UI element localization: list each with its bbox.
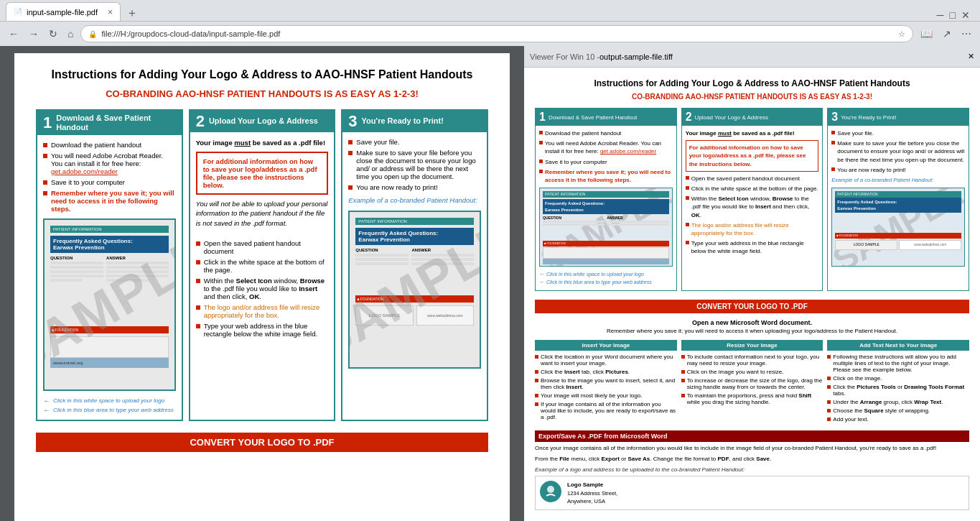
- tiff-addr-label: Click in this blue area to type your web…: [546, 279, 652, 286]
- tiff-step-1-num: 1: [539, 111, 546, 124]
- sample-area-2: PATIENT INFORMATION Frequently Asked Que…: [348, 211, 481, 369]
- address-input[interactable]: 🔒 file:///H:/groupdocs-cloud-data/input-…: [80, 25, 913, 42]
- bullet-text: Save it to your computer: [51, 178, 125, 186]
- bookmark-icon[interactable]: ☆: [898, 29, 905, 39]
- t3-b2: Make sure to save your file before you c…: [831, 139, 965, 164]
- b-icon: [348, 151, 353, 155]
- address-bar: ← → ↻ ⌂ 🔒 file:///H:/groupdocs-cloud-dat…: [0, 22, 980, 46]
- t2-b1: Open the saved patient handout document: [686, 175, 819, 183]
- t2-b5: Type your web address in the blue rectan…: [686, 239, 819, 255]
- t1-b2: You will need Adobe Acrobat Reader. You …: [539, 139, 673, 155]
- pdf-icon: 📄: [14, 8, 22, 16]
- arrow-icon: ←: [43, 397, 50, 405]
- b-text: Save your file.: [356, 138, 399, 146]
- forward-button[interactable]: →: [26, 27, 42, 41]
- b-text-orange: The logo and/or address file will resize…: [204, 303, 329, 319]
- c3-b2: Click on the image.: [827, 375, 969, 382]
- tiff-web-addr-text: www.webaddress.com: [914, 243, 946, 247]
- refresh-button[interactable]: ↻: [46, 27, 60, 41]
- t3-b1: Save your file.: [831, 129, 965, 137]
- sample-image-1: PATIENT INFORMATION Frequently Asked Que…: [43, 218, 176, 391]
- doc2-header: PATIENT INFORMATION: [355, 218, 474, 225]
- tiff-viewer-label: Viewer For Win 10 -: [530, 52, 599, 61]
- b-text: Open the saved patient handout document: [204, 239, 329, 255]
- tiff-open-doc-title: Open a new Microsoft Word document.: [535, 319, 969, 326]
- step-2-num: 2: [196, 114, 205, 129]
- bullet-download: Download the patient handout: [43, 141, 176, 149]
- tiff-foundation: ■ FOUNDATION: [543, 241, 669, 246]
- tiff-filename: output-sample-file.tiff: [599, 52, 673, 61]
- sample-image-2: PATIENT INFORMATION Frequently Asked Que…: [348, 211, 481, 369]
- back-button[interactable]: ←: [6, 27, 22, 41]
- example-caption: Example of a co-branded Patient Handout:: [348, 195, 481, 205]
- bullet-ready: You are now ready to print!: [348, 183, 481, 191]
- window-close[interactable]: ✕: [961, 9, 970, 21]
- tiff-logo-address: 1234 Address Street,: [567, 489, 617, 497]
- tiff-col-insert: Insert Your Image Click the location in …: [535, 340, 677, 425]
- window-maximize[interactable]: □: [950, 9, 956, 21]
- c1-b2: Click the Insert tab, click Pictures.: [535, 369, 677, 375]
- b-text: Within the Select Icon window, Browse to…: [204, 277, 329, 300]
- bullet-icon: [43, 154, 47, 158]
- bullet-icon: [43, 180, 47, 185]
- tiff-logo-sample: LOGO SAMPLE: [854, 242, 879, 247]
- tiff-doc-1: PATIENT INFORMATION Frequently Asked Que…: [540, 188, 672, 267]
- tiff-step-2: 2 Upload Your Logo & Address Your image …: [681, 108, 823, 291]
- window-minimize[interactable]: ─: [937, 9, 944, 21]
- tiff-steps: 1 Download & Save Patient Handout Downlo…: [535, 108, 969, 291]
- tiff-web-addr: www.webaddress.com: [899, 240, 961, 250]
- tiff-col-text: Add Text Next to Your Image Following th…: [827, 340, 969, 425]
- tiff-logo-circle: [540, 481, 561, 502]
- b-icon: [196, 260, 200, 264]
- bullet-make-sure: Make sure to save your file before you c…: [348, 149, 481, 180]
- upload-note: Click in this white space to upload your…: [53, 397, 164, 404]
- addr-arrow: ← Click in this blue area to type your w…: [43, 406, 176, 414]
- pdf-subtitle: CO-BRANDING AAO-HNSF PATIENT HANDOUTS IS…: [36, 88, 488, 99]
- pdf-tab[interactable]: 📄 input-sample-file.pdf ×: [6, 2, 121, 21]
- tiff-adobe-link[interactable]: get.adobe.com/reader: [600, 148, 656, 155]
- more-button[interactable]: ⋯: [958, 27, 974, 41]
- bullet-text: Download the patient handout: [51, 141, 141, 149]
- bullet-icon: [43, 143, 47, 147]
- tab-close-button[interactable]: ×: [108, 7, 113, 17]
- must-text: Your image must be saved as a .pdf file!: [196, 138, 329, 147]
- tiff-export-text: Once your image contains all of the info…: [535, 445, 969, 451]
- bullet-save: Save it to your computer: [43, 178, 176, 186]
- bullet-text-red: Remember where you save it; you will nee…: [51, 189, 176, 213]
- tiff-doc-title: Frequently Asked Questions:Earwax Preven…: [543, 199, 669, 214]
- right-close-button[interactable]: ✕: [968, 52, 974, 61]
- step-2-box: 2 Upload Your Logo & Address Your image …: [189, 109, 336, 421]
- home-button[interactable]: ⌂: [65, 27, 76, 41]
- step-1-box: 1 Download & Save Patient Handout Downlo…: [36, 109, 183, 421]
- tiff-col2-header: Resize Your Image: [681, 340, 823, 351]
- b-icon: [348, 140, 353, 144]
- tab-bar: 📄 input-sample-file.pdf × ＋ ─ □ ✕: [0, 0, 980, 22]
- share-button[interactable]: ↗: [940, 27, 954, 41]
- tiff-step-2-header: 2 Upload Your Logo & Address: [682, 109, 823, 126]
- step-3-content: Save your file. Make sure to save your f…: [342, 132, 487, 420]
- tab-title: input-sample-file.pdf: [27, 8, 98, 17]
- addr-note: Click in this blue area to type your web…: [53, 407, 174, 413]
- tiff-step-3-num: 3: [831, 111, 838, 124]
- right-wrapper: Viewer For Win 10 - output-sample-file.t…: [524, 46, 980, 521]
- tiff-step-2-title: Upload Your Logo & Address: [695, 114, 768, 121]
- t1-b1: Download the patient handout: [539, 129, 673, 137]
- tiff-logo-row: LOGO SAMPLE www.webaddress.com: [835, 240, 961, 250]
- t1-b4: Remember where you save it; you will nee…: [539, 168, 673, 184]
- c1-b4: Your image will most likely be your logo…: [535, 392, 677, 399]
- tiff-addr-arrow: ← Click in this blue area to type your w…: [539, 278, 673, 286]
- tiff-step-1-content: Download the patient handout You will ne…: [536, 126, 676, 290]
- adobe-link[interactable]: get.adobe.com/reader: [51, 167, 118, 175]
- new-tab-button[interactable]: ＋: [121, 6, 144, 21]
- reader-button[interactable]: 📖: [918, 27, 935, 41]
- upload-arrow: ← Click in this white space to upload yo…: [43, 397, 176, 405]
- addr-sample-text: www.webaddress.com: [427, 313, 463, 318]
- right-title-bar: Viewer For Win 10 - output-sample-file.t…: [524, 46, 980, 68]
- step-3-header: 3 You're Ready to Print!: [342, 111, 487, 132]
- c2-b1: To include contact information next to y…: [681, 354, 823, 366]
- tiff-caption: Example of a co-branded Patient Handout:: [831, 177, 965, 185]
- tiff-addr-bar: [543, 259, 669, 264]
- tiff-must-text: Your image must be saved as a .pdf file!: [686, 129, 819, 137]
- tiff-sample-1: PATIENT INFORMATION Frequently Asked Que…: [539, 188, 673, 267]
- tiff-col3-header: Add Text Next to Your Image: [827, 340, 969, 351]
